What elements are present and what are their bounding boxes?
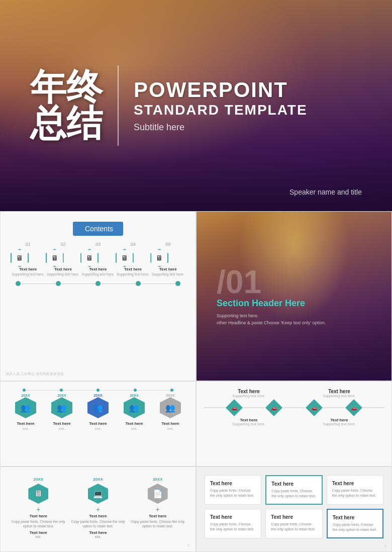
subtitle: Subtitle here — [134, 122, 362, 133]
title-content: 年终总结 POWERPOINT STANDARD TEMPLATE Subtit… — [0, 0, 392, 211]
hex-icon-2: 🖥 — [46, 249, 64, 267]
page-num-4: 2 — [187, 543, 189, 547]
item-support-3: Supporting text here. — [80, 272, 116, 276]
tl-sublabel-2: Text here — [68, 530, 128, 535]
timeline-icon-2: 💻 — [88, 484, 108, 504]
tl-line-3 — [101, 284, 136, 284]
timeline-item-2: 20XX 💻 + Text here Copy paste fonts. Cho… — [68, 477, 128, 538]
proc-year-3: 20XX — [80, 394, 116, 397]
section-number: /01 — [217, 266, 371, 298]
diamond-icon-1: 🚗 — [231, 405, 237, 411]
diamond-top-label-1: Text here — [233, 389, 265, 394]
diamond-line-4 — [323, 407, 345, 408]
card-title-6: Text here — [333, 515, 377, 520]
conn-line-2 — [63, 390, 97, 391]
diamond-line-3 — [283, 407, 305, 408]
card-5: Text here Copy paste fonts. Choose the o… — [265, 509, 322, 538]
proc-year-4: 20XX — [116, 394, 152, 397]
proc-support-1: xxx. — [8, 427, 44, 430]
proc-icon-4: 👥 — [124, 397, 145, 418]
diamond-line-5 — [363, 407, 384, 408]
proc-year-2: 20XX — [44, 394, 80, 397]
slide-contents: Contents 01 🖥 Text here Supporting text … — [0, 211, 196, 381]
proc-label-5: Text here — [152, 421, 188, 426]
section-header-text: Section Header Here — [217, 298, 371, 309]
tl-desc-2: Copy paste fonts. Choose the only option… — [68, 519, 128, 528]
card-4: Text here Copy paste fonts. Choose the o… — [205, 509, 261, 538]
tl-subdesc-1: xxx. — [9, 535, 68, 538]
tl-desc-1: Copy paste fonts. Choose the only option… — [9, 519, 68, 528]
hex-icon-3: 🖥 — [80, 249, 99, 267]
section-content: /01 Section Header Here Supporting text … — [197, 212, 391, 381]
card-6: Text here Copy paste fonts. Choose the o… — [327, 509, 383, 538]
proc-support-3: xxx. — [80, 427, 116, 430]
tl-label-2: Text here — [68, 514, 128, 518]
process-item-4: 20XX 👥 Text here xxx. — [116, 394, 152, 430]
contents-items: 01 🖥 Text here Supporting text here. 02 … — [11, 242, 185, 276]
card-2: Text here Copy paste fonts. Choose the o… — [265, 475, 322, 505]
diamond-bottom-2: Text here Supporting text here. — [323, 418, 356, 426]
tl-line-4 — [141, 284, 176, 284]
diamond-bottom-label-2: Text here — [323, 418, 356, 422]
tl-line-1 — [21, 284, 56, 284]
tl-dot-3 — [95, 281, 101, 286]
card-text-5: Copy paste fonts. Choose the only option… — [271, 522, 317, 532]
proc-year-5: 20XX — [152, 394, 188, 397]
year-3: 20XX — [128, 477, 187, 482]
section-support-2: other Headline & paste Choose 'Keep text… — [217, 320, 371, 327]
slide-title: 年终总结 POWERPOINT STANDARD TEMPLATE Subtit… — [0, 0, 392, 211]
diamond-top: Text here Supporting text here. Text her… — [204, 389, 384, 398]
diamond-icon-4: 🚗 — [351, 405, 357, 411]
diamond-bottom-label-1: Text here — [233, 418, 265, 422]
tl-label-1: Text here — [9, 514, 68, 518]
diamond-bottom-support-2: Supporting text here. — [323, 422, 356, 426]
card-title-2: Text here — [271, 481, 316, 487]
diamond-shape-4: 🚗 — [345, 399, 362, 416]
proc-support-2: xxx. — [44, 427, 80, 430]
diamond-top-1: Text here Supporting text here. — [233, 389, 265, 398]
item-label-4: Text here — [116, 267, 151, 271]
year-2: 20XX — [68, 477, 128, 482]
hex-icon-1: 🖥 — [11, 249, 29, 267]
speaker-info: Speaker name and title — [289, 188, 362, 196]
tl-subdesc-2: xxx. — [68, 535, 128, 538]
item-label-3: Text here — [80, 267, 116, 271]
conn-dot-5 — [170, 389, 173, 392]
title-divider — [118, 65, 119, 146]
proc-label-2: Text here — [44, 421, 80, 426]
item-support-5: Supporting text here. — [150, 272, 185, 276]
section-support-1: Supporting text here. — [217, 313, 371, 320]
page-num-5: 2 — [384, 544, 386, 548]
process-item-1: 20XX 👥 Text here xxx. — [8, 394, 44, 430]
slide-process: 20XX 👥 Text here xxx. 20XX 👥 Text here x… — [0, 381, 196, 467]
plus-1: + — [9, 506, 68, 513]
diamond-icon-3: 🚗 — [311, 405, 317, 411]
conn-line-3 — [100, 390, 134, 391]
timeline-items: 20XX 🖥 + Text here Copy paste fonts. Cho… — [9, 477, 187, 538]
diamond-timeline-row: 🚗 🚗 🚗 🚗 — [204, 402, 384, 414]
slide-diamond-timeline: Text here Supporting text here. Text her… — [196, 381, 392, 467]
item-support-4: Supporting text here. — [116, 272, 151, 276]
proc-label-1: Text here — [8, 421, 44, 426]
item-support-2: Supporting text here. — [46, 272, 81, 276]
process-item-5: 20XX 👥 Text here xxx. — [152, 394, 188, 430]
timeline-item-3: 20XX 📄 + Text here Copy paste fonts. Cho… — [128, 477, 187, 528]
sub-title: STANDARD TEMPLATE — [134, 102, 362, 118]
contents-item-2: 02 🖥 Text here Supporting text here. — [46, 242, 81, 276]
diamond-top-label-2: Text here — [323, 389, 356, 394]
proc-label-3: Text here — [80, 421, 116, 426]
main-title: POWERPOINT — [134, 78, 362, 102]
contents-button[interactable]: Contents — [73, 222, 123, 236]
card-1: Text here Copy paste fonts. Choose the o… — [205, 475, 261, 505]
title-block: POWERPOINT STANDARD TEMPLATE Subtitle he… — [134, 78, 362, 132]
proc-icon-5: 👥 — [160, 397, 181, 418]
card-title-5: Text here — [271, 514, 317, 520]
tl-dot-1 — [16, 281, 21, 286]
diamond-bottom-1: Text here Supporting text here. — [233, 418, 265, 426]
diamond-shape-3: 🚗 — [306, 399, 323, 416]
item-num-4: 04 — [116, 242, 151, 247]
year-1: 20XX — [9, 477, 68, 482]
proc-support-5: xxx. — [152, 427, 188, 430]
tl-dot-5 — [175, 281, 180, 286]
connector-row — [8, 389, 188, 392]
